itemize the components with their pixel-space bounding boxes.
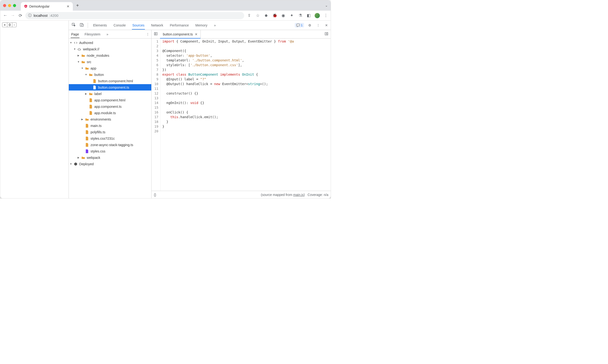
tab-console[interactable]: Console — [113, 21, 126, 29]
close-tab-icon[interactable]: ✕ — [67, 4, 69, 8]
file-icon — [89, 98, 93, 102]
tree-node-modules[interactable]: ▶node_modules — [69, 52, 151, 59]
coverage-label: Coverage: n/a — [308, 193, 328, 197]
file-tab-name: button.component.ts — [163, 32, 193, 36]
side-panel-icon[interactable]: ◧ — [306, 13, 311, 18]
tree-button-folder[interactable]: ▼button — [69, 71, 151, 78]
file-icon — [85, 143, 89, 147]
minimize-window-button[interactable] — [8, 4, 11, 7]
decrement-button[interactable]: - — [12, 23, 16, 27]
extension-icon-3[interactable]: ◉ — [281, 13, 286, 18]
tab-network[interactable]: Network — [151, 21, 164, 29]
angular-icon — [24, 4, 27, 9]
reload-button[interactable]: ⟳ — [18, 13, 23, 18]
back-button[interactable]: ← — [3, 13, 8, 18]
browser-menu-icon[interactable]: ⋮ — [323, 13, 328, 18]
folder-icon — [81, 54, 85, 57]
issues-badge[interactable]: 💬 1 — [295, 23, 304, 27]
tree-app[interactable]: ▼app — [69, 65, 151, 71]
devtools-menu-icon[interactable]: ⋮ — [316, 23, 321, 27]
tab-sources[interactable]: Sources — [132, 21, 145, 29]
code-editor[interactable]: 1234567891011121314151617181920 import {… — [152, 39, 331, 191]
source-map-link[interactable]: main.js — [293, 193, 304, 197]
file-icon — [92, 86, 97, 89]
tree-app-html[interactable]: app.component.html — [69, 97, 151, 103]
tree-webpack-origin[interactable]: ▼webpack:// — [69, 46, 151, 52]
extension-icon-1[interactable]: ☻ — [264, 13, 269, 18]
toggle-navigator-icon[interactable] — [152, 32, 160, 36]
file-tab-open[interactable]: button.component.ts ✕ — [160, 30, 201, 39]
folder-icon — [89, 73, 93, 76]
new-tab-button[interactable]: + — [76, 3, 79, 8]
subtabs-more[interactable]: » — [107, 32, 108, 36]
increment-button[interactable]: + — [2, 23, 7, 27]
subtab-filesystem[interactable]: Filesystem — [84, 30, 101, 38]
tabs-menu-button[interactable]: ⌄ — [325, 3, 328, 7]
tab-title: DemoAngular — [29, 4, 50, 8]
svg-rect-4 — [82, 24, 83, 26]
file-tabs: button.component.ts ✕ — [152, 30, 331, 39]
tree-app-module[interactable]: app.module.ts — [69, 110, 151, 116]
file-tree: ▼Authored ▼webpack:// ▶node_modules ▼src… — [69, 39, 151, 198]
folder-icon — [81, 156, 85, 159]
navigator-menu-icon[interactable]: ⋮ — [146, 32, 149, 36]
tab-elements[interactable]: Elements — [93, 21, 107, 29]
tree-deployed[interactable]: ▼Deployed — [69, 161, 151, 167]
sources-navigator: Page Filesystem » ⋮ ▼Authored ▼webpack:/… — [69, 30, 152, 198]
extensions-icon[interactable]: ✦ — [289, 13, 294, 18]
close-file-icon[interactable]: ✕ — [195, 32, 198, 36]
folder-icon — [81, 60, 85, 64]
tab-performance[interactable]: Performance — [169, 21, 189, 29]
device-toggle-icon[interactable] — [79, 23, 85, 28]
profile-avatar[interactable] — [315, 13, 320, 18]
subtab-page[interactable]: Page — [71, 30, 79, 38]
box-icon — [74, 162, 78, 166]
pretty-print-icon[interactable]: {} — [154, 193, 156, 197]
folder-icon — [89, 92, 93, 95]
tree-main-ts[interactable]: main.ts — [69, 122, 151, 129]
tree-label-folder[interactable]: ▶label — [69, 91, 151, 97]
devtools-close-icon[interactable]: ✕ — [324, 23, 329, 27]
toolbar-icons: ⇪ ☆ ☻ 🐞 ◉ ✦ ⚗ ◧ ⋮ — [246, 13, 328, 18]
folder-icon — [85, 67, 89, 70]
window-controls — [3, 4, 16, 7]
close-window-button[interactable] — [3, 4, 6, 7]
tree-src[interactable]: ▼src — [69, 59, 151, 65]
line-numbers: 1234567891011121314151617181920 — [152, 39, 160, 191]
bookmark-icon[interactable]: ☆ — [255, 13, 260, 18]
file-icon — [85, 124, 89, 128]
tree-styles-q[interactable]: styles.css?231c — [69, 135, 151, 142]
editor-status-bar: {} (source mapped from main.js) Coverage… — [152, 191, 331, 198]
share-icon[interactable]: ⇪ — [246, 13, 252, 18]
tree-polyfills[interactable]: polyfills.ts — [69, 129, 151, 135]
url-host: localhost — [34, 13, 48, 17]
tab-memory[interactable]: Memory — [195, 21, 208, 29]
settings-icon[interactable]: ⚙ — [307, 23, 312, 27]
tree-environments[interactable]: ▶environments — [69, 116, 151, 122]
toggle-debugger-icon[interactable] — [322, 32, 331, 36]
devtools-tabs: Elements Console Sources Network Perform… — [93, 21, 216, 29]
tree-styles-css[interactable]: styles.css — [69, 148, 151, 154]
cloud-icon — [77, 48, 82, 51]
tree-button-ts[interactable]: button.component.ts — [69, 84, 151, 91]
labs-icon[interactable]: ⚗ — [298, 13, 303, 18]
tree-webpack-folder[interactable]: ▶webpack — [69, 154, 151, 161]
tabs-more[interactable]: » — [213, 21, 216, 29]
editor-pane: button.component.ts ✕ 123456789101112131… — [152, 30, 331, 198]
maximize-window-button[interactable] — [13, 4, 16, 7]
forward-button[interactable]: → — [10, 13, 15, 18]
site-info-icon[interactable]: ⓘ — [28, 13, 32, 18]
file-icon — [85, 130, 89, 134]
tree-authored[interactable]: ▼Authored — [69, 39, 151, 46]
tree-app-ts[interactable]: app.component.ts — [69, 103, 151, 110]
tree-button-html[interactable]: button.component.html — [69, 78, 151, 84]
extension-icon-2[interactable]: 🐞 — [272, 13, 277, 18]
rendered-page: + 0 - — [0, 21, 69, 198]
titlebar: DemoAngular ✕ + ⌄ — [0, 0, 331, 11]
counter-value: 0 — [7, 23, 12, 27]
url-field[interactable]: ⓘ localhost:4200 — [25, 12, 244, 19]
browser-tab[interactable]: DemoAngular ✕ — [21, 2, 73, 11]
tree-zone[interactable]: zone-async-stack-tagging.ts — [69, 142, 151, 148]
inspect-icon[interactable] — [71, 23, 77, 28]
devtools-panel: Elements Console Sources Network Perform… — [69, 21, 331, 198]
